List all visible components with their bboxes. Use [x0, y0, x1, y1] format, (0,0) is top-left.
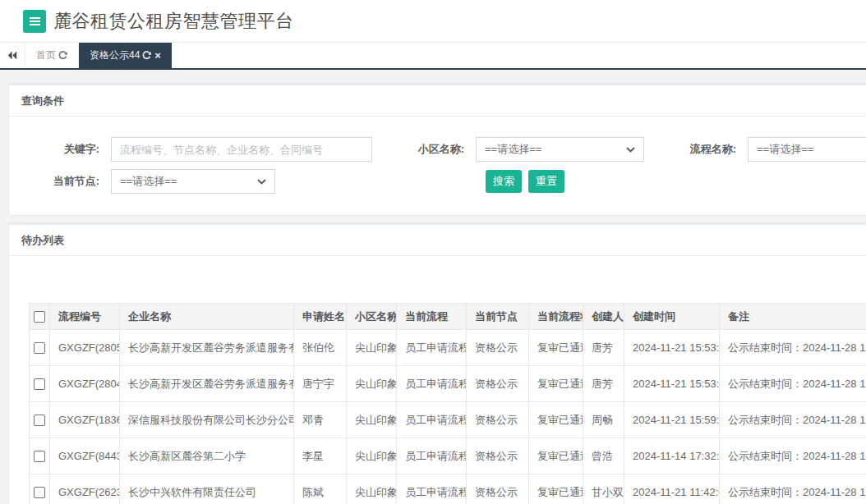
cell-process-status: 复审已通过	[529, 366, 583, 402]
cell-company-name: 长沙高新区麓谷第二小学	[120, 438, 294, 474]
cell-current-process: 员工申请流程	[397, 438, 467, 474]
col-current-process: 当前流程	[397, 304, 467, 330]
reset-button[interactable]: 重置	[528, 170, 564, 193]
cell-company-name: 长沙中兴软件有限责任公司	[120, 474, 294, 504]
cell-community-name: 尖山印象	[347, 366, 397, 402]
cell-process-status: 复审已通过	[529, 474, 583, 504]
cell-current-process: 员工申请流程	[397, 402, 467, 438]
cell-remark: 公示结束时间：2024-11-28 13:22:09	[720, 474, 866, 504]
keyword-label: 关键字:	[9, 142, 111, 157]
cell-current-process: 员工申请流程	[397, 474, 467, 504]
row-checkbox[interactable]	[34, 487, 45, 498]
col-applicant-name: 申请姓名	[294, 304, 347, 330]
cell-company-name: 深信服科技股份有限公司长沙分公司	[120, 402, 294, 438]
cell-applicant-name: 邓青	[294, 402, 347, 438]
cell-company-name: 长沙高新开发区麓谷劳务派遣服务有限公司	[120, 330, 294, 366]
refresh-icon[interactable]	[58, 51, 67, 60]
community-label: 小区名称:	[372, 142, 476, 157]
row-checkbox[interactable]	[34, 378, 45, 390]
community-select[interactable]: ==请选择==	[476, 137, 644, 162]
cell-community-name: 尖山印象	[347, 330, 397, 366]
cell-current-node: 资格公示	[467, 402, 529, 438]
cell-remark: 公示结束时间：2024-11-28 16:48:57	[720, 366, 866, 402]
table-row: GXGZF(28049) 长沙高新开发区麓谷劳务派遣服务有限公司 唐宁宇 尖山印…	[30, 366, 866, 402]
col-company-name: 企业名称	[120, 304, 294, 330]
cell-create-time: 2024-11-21 15:53:09	[624, 366, 720, 402]
menu-toggle-button[interactable]	[23, 10, 46, 33]
row-checkbox[interactable]	[34, 451, 45, 462]
current-node-label: 当前节点:	[9, 174, 111, 189]
todo-table-wrap: 流程编号 企业名称 申请姓名 小区名称 当前流程 当前节点 当前流程状态 创建人…	[9, 256, 866, 504]
current-node-select[interactable]: ==请选择==	[111, 169, 275, 194]
hamburger-icon	[30, 21, 40, 22]
cell-applicant-name: 陈斌	[294, 474, 347, 504]
refresh-icon[interactable]	[142, 51, 151, 60]
row-checkbox[interactable]	[34, 415, 45, 426]
table-header-row: 流程编号 企业名称 申请姓名 小区名称 当前流程 当前节点 当前流程状态 创建人…	[30, 304, 866, 330]
col-create-time: 创建时间	[624, 304, 720, 330]
process-name-select[interactable]: ==请选择==	[748, 137, 866, 162]
node-select-value: ==请选择==	[120, 174, 177, 189]
todo-panel-title: 待办列表	[9, 225, 866, 256]
table-row: GXGZF(26230) 长沙中兴软件有限责任公司 陈斌 尖山印象 员工申请流程…	[30, 474, 866, 504]
cell-creator: 唐芳	[583, 366, 624, 402]
tab-strip: 首页 资格公示44 ×	[0, 43, 866, 70]
cell-process-number: GXGZF(28049)	[50, 366, 120, 402]
app-title: 麓谷租赁公租房智慧管理平台	[53, 9, 294, 34]
cell-creator: 曾浩	[583, 438, 624, 474]
cell-applicant-name: 李星	[294, 438, 347, 474]
cell-current-process: 员工申请流程	[397, 330, 467, 366]
cell-current-node: 资格公示	[467, 366, 529, 402]
cell-remark: 公示结束时间：2024-11-28 14:15:20	[720, 438, 866, 474]
cell-applicant-name: 张伯伦	[294, 330, 347, 366]
cell-current-process: 员工申请流程	[397, 366, 467, 402]
cell-create-time: 2024-11-14 17:32:45	[624, 438, 720, 474]
cell-process-number: GXGZF(8443)	[50, 438, 120, 474]
cell-create-time: 2024-11-21 15:53:09	[624, 330, 720, 366]
query-panel-title: 查询条件	[9, 85, 866, 117]
cell-community-name: 尖山印象	[347, 474, 397, 504]
tab-qualification-publicity[interactable]: 资格公示44 ×	[78, 43, 172, 68]
page: { "app": { "title": "麓谷租赁公租房智慧管理平台" }, "…	[0, 0, 866, 504]
query-panel: 查询条件 关键字: 小区名称: ==请选择== 流程名称: ==请选择==	[8, 83, 866, 216]
tab-qualification-label: 资格公示44	[90, 48, 140, 62]
cell-process-status: 复审已通过	[529, 438, 583, 474]
chevron-down-icon	[257, 179, 266, 185]
tab-home[interactable]: 首页	[25, 43, 78, 68]
select-all-checkbox[interactable]	[34, 311, 45, 323]
todo-table: 流程编号 企业名称 申请姓名 小区名称 当前流程 当前节点 当前流程状态 创建人…	[29, 303, 866, 504]
cell-company-name: 长沙高新开发区麓谷劳务派遣服务有限公司	[120, 366, 294, 402]
query-form-row-2: 当前节点: ==请选择== 搜索 重置	[9, 169, 866, 194]
tabs-collapse-button[interactable]	[0, 43, 25, 68]
chevron-down-icon	[626, 147, 635, 153]
process-select-value: ==请选择==	[757, 142, 813, 157]
row-checkbox[interactable]	[34, 342, 45, 354]
cell-create-time: 2024-11-21 11:42:02	[624, 474, 720, 504]
cell-creator: 周畅	[583, 402, 624, 438]
content-area: 查询条件 关键字: 小区名称: ==请选择== 流程名称: ==请选择==	[0, 70, 866, 504]
col-process-status: 当前流程状态	[529, 304, 583, 330]
cell-current-node: 资格公示	[467, 330, 529, 366]
top-header: 麓谷租赁公租房智慧管理平台	[0, 0, 866, 43]
table-row: GXGZF(18366) 深信服科技股份有限公司长沙分公司 邓青 尖山印象 员工…	[30, 402, 866, 438]
process-name-label: 流程名称:	[644, 142, 748, 157]
cell-process-number: GXGZF(18366)	[50, 402, 120, 438]
cell-process-number: GXGZF(26230)	[50, 474, 120, 504]
search-button[interactable]: 搜索	[486, 170, 522, 193]
query-form: 关键字: 小区名称: ==请选择== 流程名称: ==请选择==	[9, 117, 866, 215]
col-current-node: 当前节点	[467, 304, 529, 330]
cell-community-name: 尖山印象	[347, 438, 397, 474]
cell-process-status: 复审已通过	[529, 330, 583, 366]
cell-creator: 甘小双	[583, 474, 624, 504]
keyword-input[interactable]	[111, 137, 372, 162]
cell-current-node: 资格公示	[467, 474, 529, 504]
col-creator: 创建人	[583, 304, 624, 330]
cell-current-node: 资格公示	[467, 438, 529, 474]
cell-remark: 公示结束时间：2024-11-28 16:48:51	[720, 402, 866, 438]
cell-process-number: GXGZF(28051)	[50, 330, 120, 366]
query-buttons: 搜索 重置	[486, 170, 564, 193]
col-community-name: 小区名称	[347, 304, 397, 330]
close-icon[interactable]: ×	[154, 50, 161, 61]
tab-home-label: 首页	[36, 48, 56, 62]
cell-creator: 唐芳	[583, 330, 624, 366]
